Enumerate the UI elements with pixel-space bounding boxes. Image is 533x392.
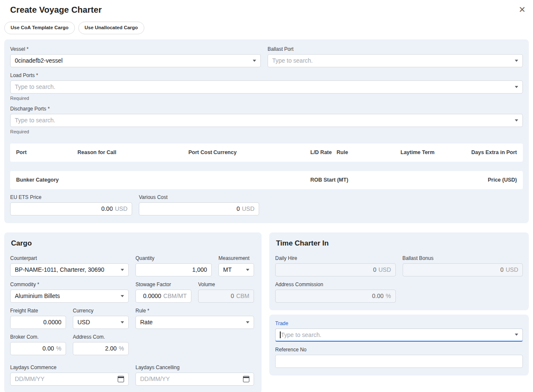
broker-com-field: Broker Com. 0.00 % — [10, 334, 66, 355]
reference-no-input[interactable] — [275, 355, 523, 368]
ports-col-port-cost: Port Cost — [188, 149, 212, 155]
rule-select[interactable]: Rate — [135, 316, 254, 329]
ports-col-ld-rate: L/D Rate — [310, 149, 332, 155]
measurement-select[interactable]: MT — [218, 263, 254, 276]
laydays-cancelling-text-input[interactable] — [140, 375, 240, 382]
currency-value: USD — [77, 319, 117, 326]
load-ports-input[interactable] — [15, 83, 511, 90]
daily-hire-field: Daily Hire 0 USD — [275, 255, 396, 276]
laydays-commence-input[interactable] — [10, 373, 129, 386]
reference-no-text-input[interactable] — [280, 358, 518, 364]
address-commission-input[interactable]: 0.00 % — [275, 290, 396, 303]
discharge-ports-field: Discharge Ports * Required — [10, 106, 523, 134]
load-ports-select[interactable] — [10, 80, 523, 94]
trade-label: Trade — [275, 320, 523, 326]
dropdown-arrow-icon — [246, 321, 249, 323]
ballast-bonus-value: 0 — [500, 266, 504, 273]
calendar-icon[interactable] — [243, 376, 249, 382]
daily-hire-label: Daily Hire — [275, 255, 396, 261]
laydays-cancelling-field: Laydays Cancelling — [135, 364, 254, 386]
eu-ets-price-input[interactable]: 0.00 USD — [10, 202, 132, 215]
trade-field: Trade — [275, 320, 523, 342]
discharge-ports-required-helper: Required — [10, 129, 523, 134]
discharge-ports-select[interactable] — [10, 114, 523, 127]
dropdown-arrow-icon — [121, 269, 124, 271]
currency-select[interactable]: USD — [73, 316, 129, 329]
vessel-select[interactable]: 0cinadefb2-vessel — [10, 54, 261, 67]
laydays-cancelling-label: Laydays Cancelling — [135, 364, 254, 370]
ballast-bonus-unit: USD — [505, 266, 518, 273]
freight-rate-field: Freight Rate 0.0000 — [10, 308, 66, 329]
dropdown-arrow-icon — [515, 86, 518, 88]
load-ports-label: Load Ports * — [10, 72, 523, 78]
load-ports-field: Load Ports * Required — [10, 72, 523, 101]
various-cost-unit: USD — [242, 205, 254, 212]
counterpart-select[interactable]: BP-NAME-1011, Charterer, 30690 — [10, 263, 129, 276]
use-unallocated-cargo-button[interactable]: Use Unallocated Cargo — [78, 22, 144, 34]
eu-ets-price-field: EU ETS Price 0.00 USD — [10, 194, 132, 215]
rule-label: Rule * — [135, 308, 254, 314]
volume-input[interactable]: 0 CBM — [198, 290, 254, 303]
trade-panel: Trade Reference No — [269, 315, 529, 375]
daily-hire-value: 0 — [373, 266, 376, 273]
discharge-ports-input[interactable] — [15, 117, 511, 124]
quantity-field: Quantity 1,000 — [135, 255, 212, 276]
right-column: Time Charter In Daily Hire 0 USD Ballast… — [269, 232, 529, 375]
dialog-header: Create Voyage Charter × — [4, 5, 529, 15]
address-commission-unit: % — [386, 293, 391, 299]
ports-col-currency: Currency — [213, 149, 237, 155]
trade-select[interactable] — [275, 329, 523, 342]
bunker-table-header: Bunker Category ROB Start (MT) Price (US… — [10, 171, 523, 189]
calendar-icon[interactable] — [118, 376, 124, 382]
laydays-commence-field: Laydays Commence — [10, 364, 129, 386]
dropdown-arrow-icon — [121, 295, 124, 297]
various-cost-label: Various Cost — [139, 194, 259, 200]
commodity-select[interactable]: Aluminium Billets — [10, 290, 129, 303]
eu-ets-price-label: EU ETS Price — [10, 194, 132, 200]
various-cost-input[interactable]: 0 USD — [139, 202, 259, 215]
volume-unit: CBM — [236, 293, 249, 299]
close-icon[interactable]: × — [519, 5, 525, 14]
ballast-port-select[interactable] — [268, 54, 523, 67]
stowage-factor-label: Stowage Factor — [135, 282, 191, 287]
voyage-details-panel: Vessel * 0cinadefb2-vessel Ballast Port … — [4, 39, 529, 223]
measurement-value: MT — [223, 266, 243, 273]
dropdown-arrow-icon — [121, 321, 124, 323]
quantity-input[interactable]: 1,000 — [135, 263, 212, 276]
address-commission-label: Address Commission — [275, 282, 396, 287]
stowage-factor-input[interactable]: 0.0000 CBM/MT — [135, 290, 191, 303]
broker-com-unit: % — [56, 345, 61, 352]
currency-label: Currency — [73, 308, 129, 314]
address-commission-field: Address Commission 0.00 % — [275, 282, 396, 303]
stowage-factor-value: 0.0000 — [143, 293, 161, 299]
quantity-value: 1,000 — [192, 266, 207, 273]
ballast-bonus-field: Ballast Bonus 0 USD — [403, 255, 523, 276]
commodity-label: Commodity * — [10, 282, 129, 287]
laydays-cancelling-input[interactable] — [135, 373, 254, 386]
volume-value: 0 — [231, 293, 234, 299]
ports-col-port: Port — [16, 149, 27, 155]
daily-hire-unit: USD — [378, 266, 391, 273]
freight-rate-input[interactable]: 0.0000 — [10, 316, 66, 329]
eu-ets-price-unit: USD — [115, 205, 127, 212]
use-coa-template-cargo-button[interactable]: Use CoA Template Cargo — [4, 22, 75, 34]
address-com-input[interactable]: 2.00 % — [73, 342, 129, 355]
currency-field: Currency USD — [73, 308, 129, 329]
bunker-col-rob-start: ROB Start (MT) — [310, 177, 348, 183]
laydays-commence-text-input[interactable] — [15, 375, 114, 382]
load-ports-required-helper: Required — [10, 96, 523, 101]
broker-com-input[interactable]: 0.00 % — [10, 342, 66, 355]
commodity-field: Commodity * Aluminium Billets — [10, 282, 129, 303]
laydays-commence-label: Laydays Commence — [10, 364, 129, 370]
trade-input[interactable] — [281, 331, 512, 338]
ports-col-days-extra: Days Extra in Port — [471, 149, 517, 155]
ballast-bonus-input[interactable]: 0 USD — [403, 263, 523, 276]
dropdown-arrow-icon — [515, 119, 518, 121]
cargo-title: Cargo — [11, 239, 256, 248]
daily-hire-input[interactable]: 0 USD — [275, 263, 396, 276]
ballast-port-input[interactable] — [272, 57, 511, 64]
various-cost-value: 0 — [237, 205, 240, 212]
various-cost-field: Various Cost 0 USD — [139, 194, 259, 215]
dropdown-arrow-icon — [253, 60, 256, 62]
dialog-title: Create Voyage Charter — [10, 5, 102, 15]
